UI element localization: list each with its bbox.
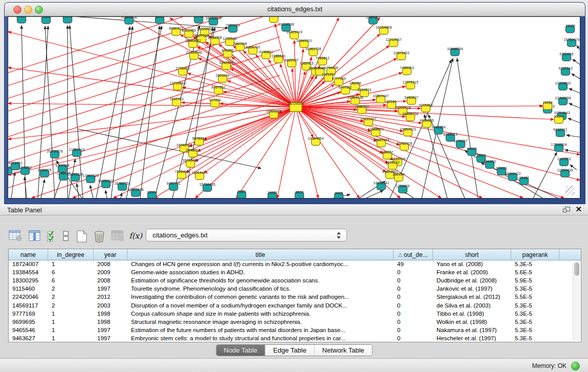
table-cell[interactable]: 5.3E-5 xyxy=(511,261,559,267)
table-cell[interactable]: 49 xyxy=(394,261,433,267)
table-cell[interactable]: 5.3E-5 xyxy=(511,302,559,309)
table-cell[interactable]: Embryonic stem cells: a model to study s… xyxy=(127,335,394,341)
scrollbar-thumb[interactable] xyxy=(574,262,579,276)
network-canvas[interactable]: 2055719881206932069140688131603316033809… xyxy=(8,16,580,199)
tab-network-table[interactable]: Network Table xyxy=(315,345,372,356)
table-cell[interactable]: Tibbo et al. (1998) xyxy=(433,311,511,317)
table-cell[interactable]: 2012 xyxy=(94,294,127,300)
table-cell[interactable]: Genome-wide association studies in ADHD. xyxy=(127,269,394,275)
table-cell[interactable]: 2 xyxy=(48,302,94,309)
table-cell[interactable]: 2009 xyxy=(94,269,127,275)
table-cell[interactable]: 1 xyxy=(48,327,94,333)
table-cell[interactable]: 2 xyxy=(48,286,94,292)
window-resize-grip[interactable] xyxy=(565,186,575,195)
table-cell[interactable]: 1997 xyxy=(94,335,127,341)
table-cell[interactable]: 9699695 xyxy=(9,319,48,325)
table-row[interactable]: 946554611997Estimation of the future num… xyxy=(9,326,581,334)
column-header-in-degree[interactable]: in_degree xyxy=(48,249,94,260)
table-cell[interactable]: Changes of HCN gene expression and I(f) … xyxy=(127,261,394,267)
table-cell[interactable]: 1 xyxy=(48,335,94,341)
table-cell[interactable]: 18724007 xyxy=(9,261,48,267)
table-cell[interactable]: 0 xyxy=(394,319,433,325)
table-cell[interactable]: 5.3E-5 xyxy=(511,319,559,325)
table-cell[interactable]: 0 xyxy=(394,335,433,341)
table-cell[interactable]: 5.3E-5 xyxy=(511,335,559,341)
table-cell[interactable]: 9465546 xyxy=(9,327,48,333)
table-cell[interactable]: Nakamura et al. (1997) xyxy=(433,327,511,333)
table-cell[interactable]: 19384554 xyxy=(9,269,48,275)
table-cell[interactable]: 1998 xyxy=(94,319,127,325)
table-cell[interactable]: 0 xyxy=(394,302,433,309)
table-cell[interactable]: Disruption of a novel member of a sodium… xyxy=(127,302,394,309)
table-vertical-scrollbar[interactable] xyxy=(573,261,580,341)
table-cell[interactable]: Dudbridge et al. (2008) xyxy=(433,277,511,283)
table-cell[interactable]: Stergiakouli et al. (2012) xyxy=(433,294,511,300)
tab-edge-table[interactable]: Edge Table xyxy=(266,345,315,356)
table-cell[interactable]: Corpus callosum shape and size in male p… xyxy=(127,311,394,317)
table-cell[interactable]: 2 xyxy=(48,294,94,300)
table-row[interactable]: 977716911998Corpus callosum shape and si… xyxy=(9,310,581,318)
table-cell[interactable]: 2003 xyxy=(94,302,127,309)
table-cell[interactable]: Jankovic et al. (1997) xyxy=(433,286,511,292)
table-row[interactable]: 2242004622012Investigating the contribut… xyxy=(9,293,581,301)
table-cell[interactable]: Investigating the contribution of common… xyxy=(127,294,394,300)
table-cell[interactable]: 6 xyxy=(48,277,94,283)
table-cell[interactable]: Wolkin et al. (1998) xyxy=(433,319,511,325)
table-cell[interactable]: Yano et al. (2008) xyxy=(433,261,511,267)
table-row[interactable]: 946362711997Embryonic stem cells: a mode… xyxy=(9,334,581,342)
table-selector-dropdown[interactable]: citations_edges.txt xyxy=(146,229,347,242)
table-cell[interactable]: 1 xyxy=(48,261,94,267)
table-cell[interactable]: Hescheler et al. (1997) xyxy=(433,335,511,341)
table-cell[interactable]: Franke et al. (2009) xyxy=(433,269,511,275)
table-cell[interactable]: 18300295 xyxy=(9,277,48,283)
row-height-button[interactable] xyxy=(61,229,71,244)
table-cell[interactable]: 6 xyxy=(48,269,94,275)
table-cell[interactable]: 5.3E-5 xyxy=(511,286,559,292)
table-cell[interactable]: 9115460 xyxy=(9,286,48,292)
function-builder-button[interactable]: f(x) xyxy=(127,229,144,244)
citation-network-graph[interactable]: 2055719881206932069140688131603316033809… xyxy=(8,17,580,198)
delete-entries-button[interactable] xyxy=(92,229,106,244)
table-cell[interactable]: Estimation of the future numbers of pati… xyxy=(127,327,394,333)
table-settings-button[interactable] xyxy=(8,229,23,244)
table-cell[interactable]: 9463627 xyxy=(9,335,48,341)
column-header-title[interactable]: title xyxy=(127,249,394,260)
table-cell[interactable]: 0 xyxy=(394,277,433,283)
table-cell[interactable]: 1 xyxy=(48,311,94,317)
column-header-short[interactable]: short xyxy=(433,249,511,260)
table-cell[interactable]: 1 xyxy=(48,319,94,325)
node-attribute-table[interactable]: namein_degreeyeartitle△out_de...shortpag… xyxy=(8,249,581,342)
table-cell[interactable]: 0 xyxy=(394,327,433,333)
table-cell[interactable]: 2008 xyxy=(94,261,127,267)
table-cell[interactable]: 9777169 xyxy=(9,311,48,317)
table-cell[interactable]: 5.6E-5 xyxy=(511,269,559,275)
table-cell[interactable]: 14569117 xyxy=(9,302,48,309)
table-cell[interactable]: de Silva et al. (2003) xyxy=(433,302,511,309)
table-cell[interactable]: 5.3E-5 xyxy=(511,327,559,333)
table-row[interactable]: 1456911722003Disruption of a novel membe… xyxy=(9,301,581,309)
network-window-titlebar[interactable]: citations_edges.txt xyxy=(5,3,585,16)
table-cell[interactable]: Estimation of significance thresholds fo… xyxy=(127,277,394,283)
column-header-pagerank[interactable]: pagerank xyxy=(511,249,559,260)
graph-node[interactable] xyxy=(270,17,278,23)
table-cell[interactable]: 2008 xyxy=(94,277,127,283)
select-all-button[interactable] xyxy=(46,229,58,244)
column-header-year[interactable]: year xyxy=(94,249,127,260)
memory-status-indicator[interactable] xyxy=(571,362,580,370)
table-cell[interactable]: 22420046 xyxy=(9,294,48,300)
table-cell[interactable]: 0 xyxy=(394,269,433,275)
table-cell[interactable]: 1998 xyxy=(94,311,127,317)
table-cell[interactable]: 0 xyxy=(394,311,433,317)
table-cell[interactable]: 0 xyxy=(394,286,433,292)
table-cell[interactable]: Structural magnetic resonance image aver… xyxy=(127,319,394,325)
table-row[interactable]: 911546021997Tourette syndrome. Phenomeno… xyxy=(9,285,581,293)
table-cell[interactable]: Tourette syndrome. Phenomenology and cla… xyxy=(127,286,394,292)
table-cell[interactable]: 0 xyxy=(394,294,433,300)
column-header-out-de[interactable]: △out_de... xyxy=(394,249,433,260)
table-row[interactable]: 1830029562008Estimation of significance … xyxy=(9,276,581,285)
table-cell[interactable]: 1997 xyxy=(94,327,127,333)
float-window-icon[interactable] xyxy=(563,207,570,213)
table-row[interactable]: 1872400712008Changes of HCN gene express… xyxy=(9,260,581,268)
create-table-button[interactable] xyxy=(75,229,89,244)
column-header-name[interactable]: name xyxy=(9,249,48,260)
